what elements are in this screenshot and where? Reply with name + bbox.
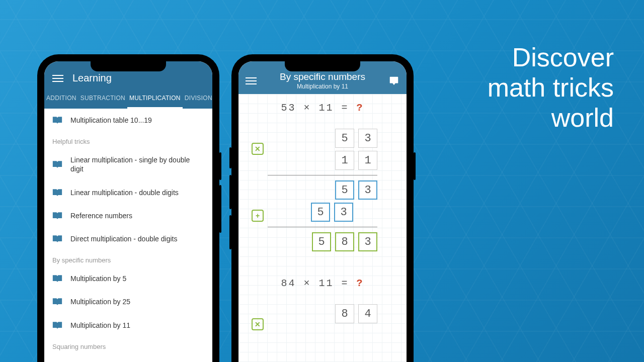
list-item-label: Direct multiplication - double digits (70, 234, 177, 243)
app-bar-title: Learning (72, 72, 112, 84)
section-header: By specific numbers (44, 250, 212, 267)
equals: = (342, 102, 349, 114)
phone-worksheet: By specific numbers Multiplication by 11… (231, 54, 414, 362)
book-icon (52, 116, 62, 125)
phone-learning: Learning ADDITION SUBTRACTION MULTIPLICA… (37, 54, 219, 362)
digit-cell: 3 (334, 203, 353, 222)
headline-line-2: math tricks (488, 73, 614, 103)
list-item[interactable]: Reference numbers (44, 204, 212, 227)
book-icon (52, 234, 62, 243)
phone-frame: By specific numbers Multiplication by 11… (231, 54, 414, 362)
question-mark: ? (357, 278, 364, 289)
phone-notch (285, 61, 360, 71)
digit-cell: 1 (358, 151, 377, 170)
phone-notch (91, 61, 166, 71)
list-item[interactable]: Multiplication by 11 (44, 314, 212, 337)
digit-cell: 3 (358, 180, 377, 200)
digit-cell: 3 (358, 129, 377, 148)
phone-side-button (414, 152, 416, 180)
equation-2: 84 × 11 = ? (248, 269, 397, 297)
book-icon (52, 160, 62, 169)
tab-addition[interactable]: ADDITION (44, 89, 78, 109)
app-bar-title: By specific numbers (264, 71, 381, 82)
question-mark: ? (357, 102, 364, 114)
book-icon (52, 274, 62, 283)
operator: × (303, 278, 311, 289)
list-item-label: Linear multiplication - single by double… (70, 155, 204, 173)
digit-cell: 3 (358, 232, 377, 251)
list-item[interactable]: Linear multiplication - single by double… (44, 148, 212, 180)
digit-cell: 5 (335, 180, 354, 200)
phone-frame: Learning ADDITION SUBTRACTION MULTIPLICA… (37, 54, 219, 362)
marketing-headline: Discover math tricks world (488, 43, 614, 133)
equation-1: 53 × 11 = ? (248, 94, 397, 122)
app-bar-title-block: By specific numbers Multiplication by 11 (264, 71, 381, 90)
list-item-label: Multiplication table 10...19 (70, 116, 152, 125)
category-tabs: ADDITION SUBTRACTION MULTIPLICATION DIVI… (44, 89, 212, 109)
digit-cell: 8 (335, 232, 354, 251)
digit-cell: 4 (358, 304, 377, 323)
operand-a: 84 (281, 278, 296, 289)
tab-division[interactable]: DIVISION (183, 89, 212, 109)
digit-cell: 1 (335, 151, 354, 170)
section-header: Squaring numbers (44, 337, 212, 353)
list-item-label: Multiplication by 11 (70, 321, 130, 330)
lesson-list[interactable]: Multiplication table 10...19 Helpful tri… (44, 109, 212, 362)
digit-cell: 5 (335, 129, 354, 148)
hamburger-menu-icon[interactable] (246, 77, 257, 84)
headline-line-1: Discover (488, 43, 614, 73)
operator: × (303, 102, 311, 114)
tab-multiplication[interactable]: MULTIPLICATION (127, 89, 183, 109)
operand-a: 53 (281, 102, 296, 114)
list-item[interactable]: Direct multiplication - double digits (44, 227, 212, 250)
comment-icon[interactable] (388, 75, 399, 86)
worksheet-area[interactable]: 53 × 11 = ? ✕ 5 3 1 1 (238, 94, 407, 362)
list-item-label: Linear multiplication - double digits (70, 188, 179, 197)
operand-b: 11 (318, 278, 334, 289)
equals: = (342, 278, 349, 289)
list-item[interactable]: Linear multiplication - double digits (44, 181, 212, 204)
book-icon (52, 188, 62, 197)
digit-row: 5 3 (268, 180, 377, 200)
result-row: 5 8 3 (268, 232, 377, 251)
spacer (248, 258, 397, 269)
phone-screen: Learning ADDITION SUBTRACTION MULTIPLICA… (44, 61, 212, 362)
list-item-label: Reference numbers (70, 211, 132, 220)
list-item[interactable]: Multiplication by 25 (44, 290, 212, 313)
calculation-block-1: ✕ 5 3 1 1 + 5 3 5 (248, 122, 397, 258)
digit-row: 5 3 (244, 203, 353, 222)
list-item-label: Multiplication by 5 (70, 274, 126, 283)
multiply-badge-icon: ✕ (252, 318, 264, 330)
phone-side-button (219, 185, 221, 233)
book-icon (52, 297, 62, 306)
phone-side-button (219, 152, 221, 180)
digit-cell: 5 (312, 232, 331, 251)
list-item[interactable]: Multiplication table 10...19 (44, 109, 212, 132)
digit-cell: 8 (335, 304, 354, 323)
book-icon (52, 321, 62, 330)
multiply-badge-icon: ✕ (252, 143, 264, 155)
digit-row: 8 4 (268, 304, 377, 323)
list-item[interactable]: Multiplication by 5 (44, 267, 212, 290)
operand-b: 11 (318, 102, 334, 114)
tab-subtraction[interactable]: SUBTRACTION (78, 89, 127, 109)
section-header: Helpful tricks (44, 132, 212, 148)
hamburger-menu-icon[interactable] (52, 75, 63, 82)
divider (268, 227, 377, 227)
digit-row: 5 3 (268, 129, 377, 148)
app-bar-subtitle: Multiplication by 11 (264, 83, 381, 90)
book-icon (52, 211, 62, 220)
headline-line-3: world (488, 103, 614, 133)
divider (268, 175, 377, 175)
digit-cell: 5 (311, 203, 330, 222)
digit-row: 1 1 (268, 151, 377, 170)
calculation-block-2: ✕ 8 4 (248, 297, 397, 330)
list-item-label: Multiplication by 25 (70, 297, 130, 306)
phone-screen: By specific numbers Multiplication by 11… (238, 61, 407, 362)
